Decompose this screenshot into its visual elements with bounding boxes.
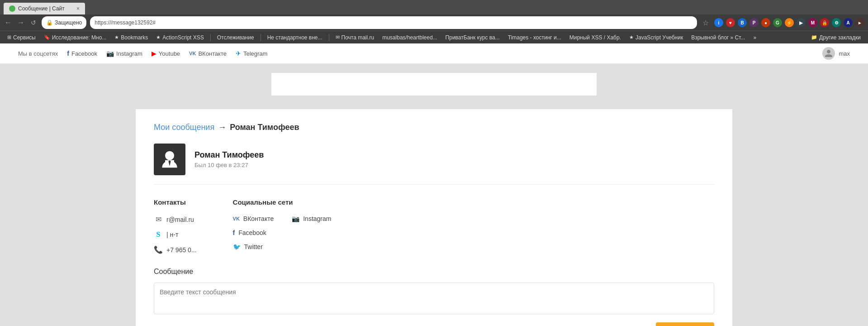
message-section: Сообщение xyxy=(154,268,714,316)
bookmark-mirny-label: Мирный XSS / Хабр. xyxy=(569,34,621,41)
ext-icon-11[interactable]: ⚙ xyxy=(832,18,841,27)
bookmark-research[interactable]: 🔖 Исследование: Мно... xyxy=(40,34,110,42)
user-profile: Роман Тимофеев Был 10 фев в 23:27 xyxy=(154,144,714,185)
bookmark-vzryvnoy[interactable]: Взрывной блог » Ст... xyxy=(688,34,749,42)
security-text: Защищено xyxy=(55,19,82,26)
browser-extensions: i ♥ B P ● G ⚡ ▶ M 🔒 ⚙ A ► xyxy=(714,18,864,27)
tab-title: Сообщение | Сайт xyxy=(18,5,65,12)
bookmark-mirny[interactable]: Мирный XSS / Хабр. xyxy=(566,34,625,42)
bookmark-other[interactable]: 📁 Другие закладки xyxy=(807,34,864,42)
svg-point-0 xyxy=(165,151,174,160)
site-header: Мы в соцсетях f Facebook 📷 Instagram ▶ Y… xyxy=(0,43,868,64)
bookmark-nonstandard-label: Не стандартное вне... xyxy=(267,34,323,41)
twitter-social-label: Twitter xyxy=(244,243,263,250)
twitter-social-item[interactable]: 🐦 Twitter xyxy=(233,243,274,250)
instagram-social-item[interactable]: 📷 Instagram xyxy=(292,215,331,222)
bookmark-nonstandard[interactable]: Не стандартное вне... xyxy=(264,34,326,42)
tab-favicon xyxy=(9,5,15,12)
telegram-label: Telegram xyxy=(243,50,267,57)
youtube-icon: ▶ xyxy=(152,50,157,57)
ext-icon-10[interactable]: 🔒 xyxy=(820,18,829,27)
ext-icon-1[interactable]: i xyxy=(714,18,723,27)
facebook-social-label: Facebook xyxy=(238,229,266,236)
email-contact: ✉ r@mail.ru xyxy=(154,215,197,224)
bookmark-other-label: Другие закладки xyxy=(819,34,861,41)
ext-icon-9[interactable]: M xyxy=(808,18,817,27)
bookmark-bookmarks-label: Bookmarks xyxy=(121,34,148,41)
ext-icon-12[interactable]: A xyxy=(844,18,853,27)
skype-contact: S | н-т xyxy=(154,230,197,239)
avatar-image xyxy=(822,47,835,60)
user-name-header: max xyxy=(839,50,850,57)
bookmark-actionscript[interactable]: ★ ActionScript XSS xyxy=(152,34,207,42)
tab-close-button[interactable]: × xyxy=(76,5,80,12)
main-content: Мои сообщения → Роман Тимофеев Роман Тим… xyxy=(0,105,868,326)
vk-social-label: ВКонтакте xyxy=(243,215,274,222)
twitter-social-icon: 🐦 xyxy=(233,243,241,250)
social-nav: Мы в соцсетях f Facebook 📷 Instagram ▶ Y… xyxy=(18,50,267,57)
social-networks-row: VK ВКонтакте f Facebook 🐦 Twitter xyxy=(233,215,332,250)
ext-icon-5[interactable]: ● xyxy=(761,18,770,27)
vk-header-icon: VK xyxy=(189,51,196,56)
separator-1 xyxy=(210,34,211,41)
vk-social-item[interactable]: VK ВКонтакте xyxy=(233,215,274,222)
content-card: Мои сообщения → Роман Тимофеев Роман Тим… xyxy=(136,109,732,326)
reload-button[interactable]: ↺ xyxy=(29,18,38,27)
bookmark-musalbas[interactable]: musalbas/heartbleed... xyxy=(379,34,441,42)
back-button[interactable]: ← xyxy=(4,18,13,27)
facebook-social-item[interactable]: f Facebook xyxy=(233,229,274,236)
breadcrumb-link[interactable]: Мои сообщения xyxy=(154,123,214,132)
ext-icon-4[interactable]: P xyxy=(749,18,759,27)
grid-icon: ⊞ xyxy=(7,34,11,40)
breadcrumb-current: Роман Тимофеев xyxy=(230,123,299,132)
bookmarks-bar: ⊞ Сервисы 🔖 Исследование: Мно... ★ Bookm… xyxy=(0,31,868,43)
bookmark-jstutor[interactable]: ★ JavaScript Учебник xyxy=(626,34,687,42)
forward-button[interactable]: → xyxy=(16,18,25,27)
send-button-wrapper: ✈ Отправить xyxy=(154,322,714,326)
ext-icon-3[interactable]: B xyxy=(738,18,747,27)
instagram-social-label: Instagram xyxy=(303,215,331,222)
facebook-social-icon: f xyxy=(233,229,235,236)
bookmark-more[interactable]: » xyxy=(749,34,760,42)
contacts-section: Контакты ✉ r@mail.ru S | н-т 📞 +7 965 0.… xyxy=(154,198,714,254)
tab-bar: Сообщение | Сайт × xyxy=(0,0,868,14)
instagram-label: Instagram xyxy=(116,50,142,57)
bookmark-mailru[interactable]: ✉ Почта mail.ru xyxy=(332,34,378,42)
bookmark-icon-1: 🔖 xyxy=(44,34,50,40)
bookmark-bookmarks[interactable]: ★ Bookmarks xyxy=(111,34,152,42)
ext-icon-2[interactable]: ♥ xyxy=(726,18,735,27)
separator-2 xyxy=(261,34,261,41)
bookmark-vzryvnoy-label: Взрывной блог » Ст... xyxy=(691,34,745,41)
security-indicator: 🔒 Защищено xyxy=(42,16,86,29)
bookmark-star-icon[interactable]: ☆ xyxy=(701,19,711,27)
send-button[interactable]: ✈ Отправить xyxy=(656,322,714,326)
bookmark-privatbank[interactable]: ПриватБанк курс ва... xyxy=(442,34,503,42)
user-info-block: Роман Тимофеев Был 10 фев в 23:27 xyxy=(194,150,264,168)
contacts-title: Контакты xyxy=(154,198,197,206)
bookmark-tracking-label: Отслеживание xyxy=(217,34,254,41)
bookmark-tracking[interactable]: Отслеживание xyxy=(213,34,258,42)
ext-icon-7[interactable]: ⚡ xyxy=(785,18,794,27)
contacts-column: Контакты ✉ r@mail.ru S | н-т 📞 +7 965 0.… xyxy=(154,198,197,254)
telegram-icon: ✈ xyxy=(236,50,241,57)
facebook-social-link[interactable]: f Facebook xyxy=(67,50,97,57)
telegram-social-link[interactable]: ✈ Telegram xyxy=(236,50,267,57)
url-bar[interactable]: https:// /message132592# xyxy=(90,16,697,29)
instagram-social-link[interactable]: 📷 Instagram xyxy=(106,50,142,57)
active-tab[interactable]: Сообщение | Сайт × xyxy=(4,3,85,14)
ext-icon-13[interactable]: ► xyxy=(855,18,864,27)
star-icon-1: ★ xyxy=(114,34,119,40)
bookmark-services-label: Сервисы xyxy=(13,34,36,41)
ext-icon-6[interactable]: G xyxy=(773,18,782,27)
youtube-social-link[interactable]: ▶ Youtube xyxy=(152,50,180,57)
ext-icon-8[interactable]: ▶ xyxy=(797,18,806,27)
user-avatar-header[interactable]: max xyxy=(822,47,850,60)
browser-toolbar: ← → ↺ 🔒 Защищено https:// /message132592… xyxy=(0,14,868,31)
vkontakte-social-link[interactable]: VK ВКонтакте xyxy=(189,50,227,57)
message-input[interactable] xyxy=(154,283,714,314)
bookmark-services[interactable]: ⊞ Сервисы xyxy=(4,34,39,42)
bookmark-timages[interactable]: Timages - хостинг и... xyxy=(504,34,565,42)
banner-area xyxy=(271,73,597,96)
bookmark-musalbas-label: musalbas/heartbleed... xyxy=(382,34,437,41)
email-value: r@mail.ru xyxy=(166,216,194,223)
